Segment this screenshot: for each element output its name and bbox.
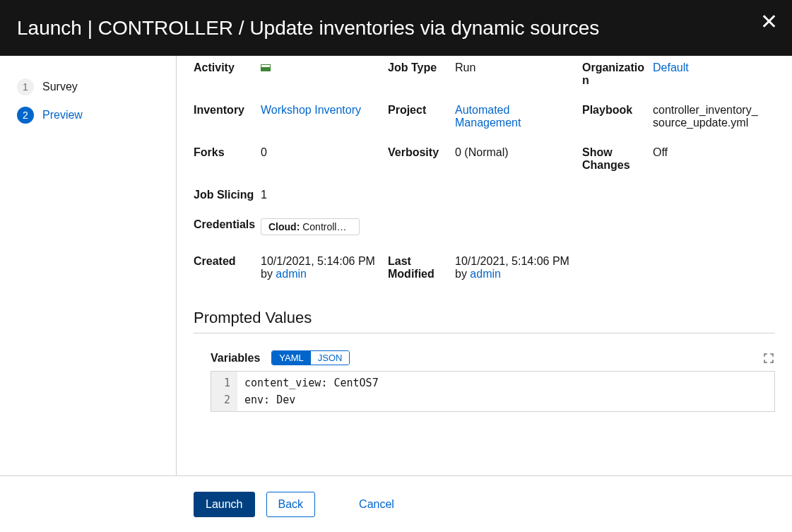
label-activity: Activity bbox=[194, 61, 261, 87]
value-jobslicing: 1 bbox=[261, 189, 388, 201]
value-organization: Default bbox=[653, 61, 766, 87]
link-project[interactable]: Automated Management bbox=[455, 104, 521, 129]
credential-chip[interactable]: Cloud: Controller Cre... bbox=[261, 218, 360, 235]
label-verbosity: Verbosity bbox=[388, 146, 455, 172]
label-inventory: Inventory bbox=[194, 104, 261, 129]
modal-footer: Launch Back Cancel bbox=[0, 475, 792, 532]
cancel-button[interactable]: Cancel bbox=[348, 492, 406, 516]
lastmod-timestamp: 10/1/2021, 5:14:06 PM bbox=[455, 255, 569, 267]
modal-title: Launch | CONTROLLER / Update inventories… bbox=[17, 17, 599, 40]
label-project: Project bbox=[388, 104, 455, 129]
expand-icon[interactable] bbox=[762, 352, 775, 365]
main-content: Activity Job Type Run Organization Defau… bbox=[177, 56, 792, 475]
close-button[interactable] bbox=[762, 15, 775, 30]
credential-kind: Cloud: bbox=[268, 221, 300, 232]
label-jobslicing: Job Slicing bbox=[194, 189, 261, 201]
wizard-step-survey[interactable]: 1 Survey bbox=[17, 73, 165, 101]
close-icon bbox=[762, 15, 775, 28]
wizard-step-label: Survey bbox=[42, 81, 78, 93]
wizard-step-preview[interactable]: 2 Preview bbox=[17, 101, 165, 129]
code-line: content_view: CentOS7 bbox=[244, 374, 379, 391]
value-forks: 0 bbox=[261, 146, 388, 172]
link-inventory[interactable]: Workshop Inventory bbox=[261, 104, 361, 116]
value-project: Automated Management bbox=[455, 104, 582, 129]
value-credentials: Cloud: Controller Cre... bbox=[261, 218, 766, 238]
detail-grid: Activity Job Type Run Organization Defau… bbox=[194, 56, 775, 280]
link-lastmod-by[interactable]: admin bbox=[470, 268, 501, 280]
created-by-prefix: by bbox=[261, 268, 276, 280]
lastmod-by-prefix: by bbox=[455, 268, 470, 280]
label-lastmodified: Last Modified bbox=[388, 255, 455, 280]
main-scroll[interactable]: Activity Job Type Run Organization Defau… bbox=[177, 56, 792, 475]
modal-body: 1 Survey 2 Preview Activity Job Type Run… bbox=[0, 56, 792, 475]
label-showchanges: Show Changes bbox=[582, 146, 653, 172]
code-line: env: Dev bbox=[244, 391, 379, 408]
value-jobtype: Run bbox=[455, 61, 582, 87]
line-number: 1 bbox=[224, 374, 230, 391]
variables-row: Variables YAML JSON bbox=[194, 350, 775, 365]
code-content: content_view: CentOS7env: Dev bbox=[237, 372, 386, 411]
value-created: 10/1/2021, 5:14:06 PM by admin bbox=[261, 255, 388, 280]
value-showchanges: Off bbox=[653, 146, 766, 172]
wizard-step-num: 1 bbox=[17, 78, 34, 95]
section-divider bbox=[194, 333, 775, 333]
prompted-values-heading: Prompted Values bbox=[194, 309, 775, 327]
label-organization: Organization bbox=[582, 61, 653, 87]
label-playbook: Playbook bbox=[582, 104, 653, 129]
link-organization[interactable]: Default bbox=[653, 61, 689, 73]
wizard-nav: 1 Survey 2 Preview bbox=[0, 56, 177, 475]
variables-editor[interactable]: 1 2 content_view: CentOS7env: Dev bbox=[211, 371, 775, 412]
value-activity bbox=[261, 61, 388, 87]
toggle-json[interactable]: JSON bbox=[311, 351, 350, 365]
wizard-step-label: Preview bbox=[42, 109, 83, 122]
label-jobtype: Job Type bbox=[388, 61, 455, 87]
wizard-step-num: 2 bbox=[17, 107, 34, 124]
line-number: 2 bbox=[224, 391, 230, 408]
toggle-yaml[interactable]: YAML bbox=[272, 351, 310, 365]
modal-header: Launch | CONTROLLER / Update inventories… bbox=[0, 0, 792, 56]
label-created: Created bbox=[194, 255, 261, 280]
launch-button[interactable]: Launch bbox=[194, 492, 255, 517]
label-credentials: Credentials bbox=[194, 218, 261, 238]
value-verbosity: 0 (Normal) bbox=[455, 146, 582, 172]
created-timestamp: 10/1/2021, 5:14:06 PM bbox=[261, 255, 375, 267]
back-button[interactable]: Back bbox=[266, 492, 316, 517]
value-inventory: Workshop Inventory bbox=[261, 104, 388, 129]
variables-label: Variables bbox=[211, 352, 260, 365]
credential-name: Controller Cre... bbox=[302, 221, 360, 232]
value-lastmodified: 10/1/2021, 5:14:06 PM by admin bbox=[455, 255, 582, 280]
label-forks: Forks bbox=[194, 146, 261, 172]
link-created-by[interactable]: admin bbox=[276, 268, 307, 280]
activity-sparkline-icon bbox=[261, 64, 271, 71]
value-playbook: controller_inventory_source_update.yml bbox=[653, 104, 766, 129]
code-gutter: 1 2 bbox=[211, 372, 237, 411]
format-toggle-group: YAML JSON bbox=[271, 350, 350, 365]
